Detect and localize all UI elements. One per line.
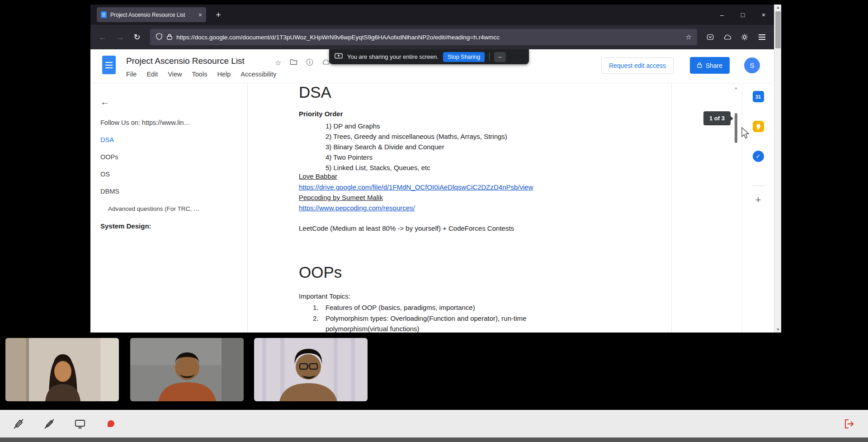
star-document-icon[interactable]: ☆ [275,58,281,67]
settings-gear-icon[interactable] [737,29,752,45]
account-avatar[interactable]: S [744,57,760,73]
cloud-sync-icon[interactable] [720,29,735,45]
outline-item-advanced-questions[interactable]: Advanced questions (For TRC, … [100,200,199,217]
menu-view[interactable]: View [168,71,182,78]
browser-tab[interactable]: Project Ascensio Resource List × [97,7,206,22]
close-outline-icon[interactable]: ← [100,97,109,107]
page-indicator: 1 of 3 [703,111,731,125]
stop-sharing-button[interactable]: Stop Sharing [443,52,485,62]
participant-video-3[interactable] [254,338,368,401]
leave-meeting-button[interactable] [844,418,855,430]
window-minimize-button[interactable]: – [712,5,732,25]
browser-window: Project Ascensio Resource List × + – □ ×… [90,5,774,333]
banner-minimize-button[interactable]: – [494,52,506,62]
document-scrollbar[interactable]: ▲ [733,85,739,330]
banner-divider [489,53,490,61]
document-title[interactable]: Project Ascensio Resource List [126,56,245,66]
outline-item-follow-us[interactable]: Follow Us on: https://www.lin… [100,114,199,131]
tab-close-icon[interactable]: × [198,11,202,19]
screen-sharing-banner: You are sharing your entire screen. Stop… [329,49,529,64]
meeting-control-bar [0,410,868,437]
back-icon[interactable]: ← [95,29,110,45]
window-close-button[interactable]: × [753,5,774,25]
oops-topics-list: 1. Features of OOP (basics, paradigms, i… [313,302,566,333]
outline-item-dbms[interactable]: DBMS [100,183,199,200]
pocket-icon[interactable] [703,29,718,45]
get-addons-icon[interactable]: + [755,194,761,206]
page-right-edge [671,83,672,333]
window-restore-button[interactable]: □ [732,5,753,25]
hamburger-menu-icon[interactable] [754,29,769,45]
record-indicator-button[interactable] [105,418,117,430]
list-text: Features of OOP (basics, paradigms, impo… [326,302,542,313]
screen-share-button[interactable] [74,418,86,430]
tasks-icon[interactable]: ✓ [753,151,764,162]
navigation-bar: ← → ↻ https://docs.google.com/document/d… [90,25,774,49]
window-controls: – □ × [712,5,774,25]
menu-file[interactable]: File [126,71,137,78]
docs-body: ← Follow Us on: https://www.lin… DSA OOP… [90,83,774,333]
participant-video-2[interactable] [130,338,244,401]
leetcode-line: LeetCode (Medium at least 80% -> by your… [299,224,514,233]
reload-icon[interactable]: ↻ [129,29,145,45]
outline-item-system-design[interactable]: System Design: [100,217,199,234]
lock-icon[interactable] [167,33,172,41]
important-topics-label: Important Topics: [299,292,350,300]
keep-notes-icon[interactable] [753,121,764,132]
heading-oops: OOPs [299,263,342,281]
pepcoding-label: Pepcoding by Sumeet Malik [299,193,383,202]
tab-bar: Project Ascensio Resource List × + – □ × [90,5,774,25]
outline-item-oops[interactable]: OOPs [100,148,199,166]
google-docs-logo-icon[interactable] [102,56,116,74]
priority-item: 2) Trees, Greedy and miscellaneous (Math… [326,131,507,142]
sharing-banner-text: You are sharing your entire screen. [347,53,439,60]
presenting-screen-icon [335,53,343,61]
bottom-edge-strip [0,437,868,442]
priority-item: 1) DP and Graphs [326,121,507,131]
drive-link[interactable]: https://drive.google.com/file/d/1FMdN_OC… [299,183,533,191]
share-button[interactable]: Share [690,57,730,74]
annotation-pen-off-button[interactable] [13,418,24,430]
menu-help[interactable]: Help [217,71,231,78]
share-button-label: Share [706,62,722,69]
workspace-side-panel: 31 ✓ + [742,83,774,333]
document-info-icon[interactable]: ⓘ [306,58,313,67]
page-left-edge [247,83,248,333]
oops-topic-item: 1. Features of OOP (basics, paradigms, i… [313,302,566,313]
outline-item-os[interactable]: OS [100,166,199,183]
outline-items: Follow Us on: https://www.lin… DSA OOPs … [100,114,199,234]
mouse-cursor [741,127,750,141]
tab-title: Project Ascensio Resource List [110,12,195,18]
pencil-off-button[interactable] [43,418,55,430]
scroll-up-icon[interactable]: ▲ [774,5,782,10]
calendar-icon[interactable]: 31 [753,91,764,102]
scroll-down-icon[interactable]: ▼ [774,328,782,332]
pepcoding-link[interactable]: https://www.pepcoding.com/resources/ [299,204,415,212]
scrollbar-thumb[interactable] [735,113,737,143]
priority-order-label: Priority Order [299,109,343,118]
new-tab-button[interactable]: + [212,8,225,22]
url-text[interactable]: https://docs.google.com/document/d/1T3pU… [176,34,682,41]
screen-scrollbar[interactable]: ▲ ▼ [774,5,781,333]
menu-edit[interactable]: Edit [146,71,158,78]
list-marker: 2. [313,313,326,333]
menu-accessibility[interactable]: Accessibility [241,71,276,78]
oops-topic-item: 2. Polymorphism types: Overloading(Funct… [313,313,566,333]
scroll-up-icon[interactable]: ▲ [733,86,739,90]
list-text: Polymorphism types: Overloading(Function… [326,313,542,333]
document-outline-panel: ← Follow Us on: https://www.lin… DSA OOP… [90,83,226,333]
menu-bar: File Edit View Tools Help Accessibility [126,71,276,78]
request-edit-access-button[interactable]: Request edit access [601,57,674,74]
scrollbar-thumb[interactable] [775,11,781,48]
bookmark-star-icon[interactable]: ☆ [686,33,692,41]
shield-icon[interactable] [156,33,163,42]
priority-order-list: 1) DP and Graphs 2) Trees, Greedy and mi… [326,121,507,173]
menu-tools[interactable]: Tools [192,71,208,78]
participant-video-1[interactable] [5,338,119,401]
move-folder-icon[interactable] [290,59,297,67]
forward-icon[interactable]: → [112,29,127,45]
outline-item-dsa[interactable]: DSA [100,131,199,148]
heading-dsa: DSA [299,83,331,101]
share-lock-icon [697,62,702,69]
address-bar[interactable]: https://docs.google.com/document/d/1T3pU… [150,29,697,45]
